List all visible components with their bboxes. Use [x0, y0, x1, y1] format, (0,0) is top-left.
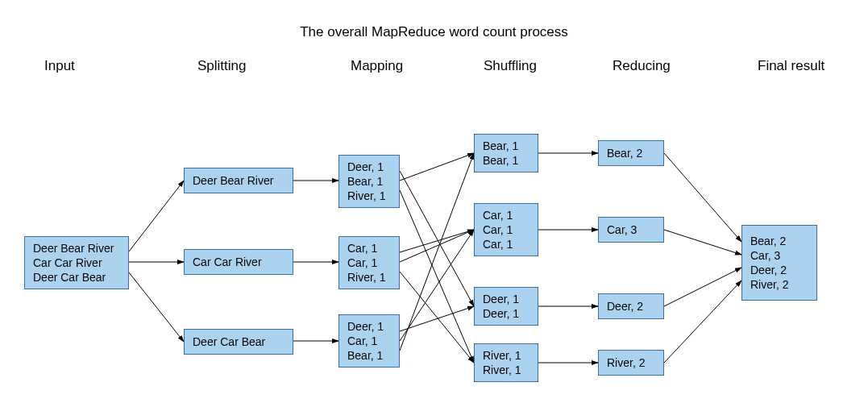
shuffle-line: Car, 1: [483, 208, 530, 222]
final-line: Deer, 2: [750, 263, 808, 277]
arrow-map2-car2: [400, 230, 474, 262]
arrow-map2-river: [400, 272, 474, 363]
input-line: Car Car River: [33, 256, 120, 270]
map-line: Bear, 1: [347, 174, 391, 189]
stage-label-shuffling: Shuffling: [484, 58, 537, 74]
split-text: Car Car River: [193, 255, 284, 269]
map-line: River, 1: [347, 270, 391, 285]
reduce-text: Bear, 2: [607, 146, 655, 160]
map-line: River, 1: [347, 189, 391, 203]
arrow-map2-car1: [400, 230, 474, 252]
shuffle-line: Bear, 1: [483, 139, 530, 153]
map-line: Deer, 1: [347, 319, 391, 334]
shuffle-line: River, 1: [483, 348, 530, 363]
shuffle-box-river: River, 1 River, 1: [474, 343, 538, 382]
arrow-layer: [0, 0, 868, 403]
shuffle-box-deer: Deer, 1 Deer, 1: [474, 287, 538, 326]
arrow-input-split1: [129, 181, 184, 251]
map-box-2: Car, 1 Car, 1 River, 1: [338, 236, 400, 289]
arrow-map1-bear: [400, 153, 474, 181]
map-box-3: Deer, 1 Car, 1 Bear, 1: [338, 314, 400, 368]
reduce-box-deer: Deer, 2: [598, 293, 664, 319]
map-box-1: Deer, 1 Bear, 1 River, 1: [338, 155, 400, 208]
map-line: Deer, 1: [347, 160, 391, 174]
reduce-box-river: River, 2: [598, 350, 664, 376]
shuffle-line: Bear, 1: [483, 153, 530, 168]
arrow-map3-deer: [400, 306, 474, 331]
map-line: Car, 1: [347, 256, 391, 270]
arrow-red3-final: [664, 268, 741, 306]
split-box-2: Car Car River: [184, 249, 293, 275]
diagram-title: The overall MapReduce word count process: [0, 24, 868, 40]
stage-label-reducing: Reducing: [613, 58, 671, 74]
final-box: Bear, 2 Car, 3 Deer, 2 River, 2: [741, 225, 817, 301]
arrow-red4-final: [664, 280, 741, 363]
input-line: Deer Bear River: [33, 241, 120, 256]
reduce-box-car: Car, 3: [598, 217, 664, 243]
final-line: Bear, 2: [750, 234, 808, 248]
split-box-3: Deer Car Bear: [184, 329, 293, 355]
shuffle-line: Car, 1: [483, 222, 530, 237]
stage-label-input: Input: [44, 58, 75, 74]
stage-label-mapping: Mapping: [351, 58, 403, 74]
reduce-text: Car, 3: [607, 222, 655, 237]
final-line: Car, 3: [750, 248, 808, 263]
split-text: Deer Bear River: [193, 173, 284, 188]
split-text: Deer Car Bear: [193, 334, 284, 349]
arrow-map1-deer: [400, 171, 474, 306]
map-line: Car, 1: [347, 334, 391, 348]
shuffle-line: Deer, 1: [483, 306, 530, 321]
shuffle-line: Car, 1: [483, 237, 530, 251]
input-box: Deer Bear River Car Car River Deer Car B…: [24, 236, 129, 289]
arrow-map3-car: [400, 230, 474, 341]
arrow-input-split3: [129, 272, 184, 342]
stage-label-splitting: Splitting: [197, 58, 246, 74]
reduce-box-bear: Bear, 2: [598, 140, 664, 166]
split-box-1: Deer Bear River: [184, 168, 293, 193]
reduce-text: Deer, 2: [607, 299, 655, 314]
shuffle-line: River, 1: [483, 363, 530, 377]
shuffle-box-car: Car, 1 Car, 1 Car, 1: [474, 203, 538, 256]
map-line: Car, 1: [347, 241, 391, 256]
arrow-red1-final: [664, 153, 741, 242]
shuffle-line: Deer, 1: [483, 292, 530, 306]
map-line: Bear, 1: [347, 348, 391, 363]
arrow-red2-final: [664, 230, 741, 255]
arrow-map1-river: [400, 190, 474, 363]
stage-label-final: Final result: [758, 58, 824, 74]
reduce-text: River, 2: [607, 355, 655, 370]
final-line: River, 2: [750, 277, 808, 292]
shuffle-box-bear: Bear, 1 Bear, 1: [474, 134, 538, 172]
input-line: Deer Car Bear: [33, 270, 120, 285]
arrow-map3-bear: [400, 153, 474, 351]
